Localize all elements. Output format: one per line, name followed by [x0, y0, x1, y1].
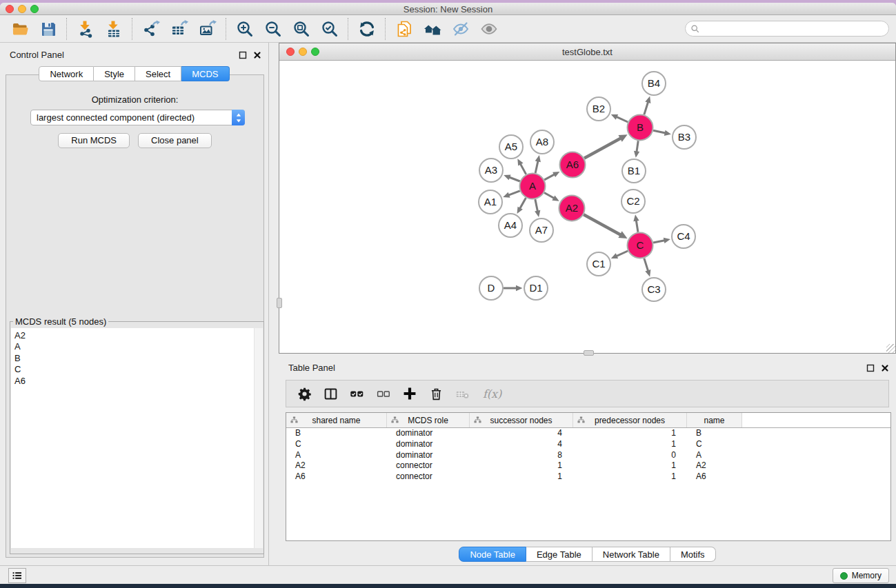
cell-successor-nodes: 1 [470, 472, 573, 483]
close-table-panel-icon[interactable] [880, 363, 889, 372]
graph-node-B1[interactable]: B1 [622, 159, 646, 183]
graph-node-B4[interactable]: B4 [642, 72, 666, 95]
gear-button[interactable] [297, 387, 312, 401]
tab-mcds[interactable]: MCDS [181, 66, 229, 81]
checkbox-unchecked-pair-button[interactable] [376, 387, 390, 401]
graph-node-B2[interactable]: B2 [587, 97, 610, 121]
search-box[interactable] [685, 21, 889, 37]
hide-selected-button[interactable] [446, 17, 475, 41]
zoom-in-button[interactable] [230, 17, 259, 41]
svg-text:C: C [637, 239, 644, 251]
table-row[interactable]: Bdominator41B [286, 428, 890, 439]
graph-node-A6[interactable]: A6 [560, 152, 586, 178]
cell-shared-name: A2 [286, 460, 387, 472]
run-mcds-button[interactable]: Run MCDS [58, 133, 130, 148]
column-header-MCDS-role[interactable]: MCDS role [387, 413, 470, 427]
column-label: shared name [312, 416, 360, 425]
result-list-item[interactable]: B [11, 353, 263, 364]
tab-network-table[interactable]: Network Table [593, 547, 670, 562]
split-columns-button[interactable] [323, 387, 338, 401]
graph-node-C[interactable]: C [628, 233, 653, 258]
export-network-button[interactable] [137, 17, 165, 41]
float-table-panel-icon[interactable] [866, 363, 875, 372]
result-list-item[interactable]: C [11, 364, 263, 375]
plus-button[interactable] [402, 386, 417, 401]
float-panel-icon[interactable] [238, 50, 247, 59]
resize-corner[interactable] [886, 344, 895, 353]
result-list-item[interactable]: A [11, 341, 263, 352]
splitter-grip-bottom[interactable] [584, 350, 594, 356]
tab-edge-table[interactable]: Edge Table [526, 547, 593, 562]
result-list-item[interactable]: A2 [11, 330, 263, 341]
graph-node-D[interactable]: D [479, 276, 503, 300]
column-header-successor-nodes[interactable]: successor nodes [470, 413, 573, 427]
main-toolbar [0, 15, 896, 43]
column-header-predecessor-nodes[interactable]: predecessor nodes [573, 413, 687, 427]
svg-text:D: D [488, 282, 495, 294]
graph-node-A7[interactable]: A7 [530, 219, 553, 242]
tab-select[interactable]: Select [135, 66, 181, 81]
function-builder-button[interactable]: f(x) [481, 387, 505, 401]
optimization-criterion-dropdown[interactable]: largest connected component (directed) [30, 110, 245, 125]
graph-node-B3[interactable]: B3 [673, 125, 696, 149]
graph-node-A4[interactable]: A4 [499, 214, 522, 237]
tab-style[interactable]: Style [94, 66, 135, 81]
open-file-button[interactable] [6, 17, 34, 41]
graph-node-A5[interactable]: A5 [499, 135, 523, 159]
show-hidden-button[interactable] [475, 17, 503, 41]
graph-node-A8[interactable]: A8 [530, 130, 554, 154]
import-network-button[interactable] [71, 17, 99, 41]
tab-node-table[interactable]: Node Table [459, 547, 526, 562]
export-table-button[interactable] [165, 17, 193, 41]
delete-table-button[interactable] [455, 387, 470, 401]
network-titlebar[interactable]: testGlobe.txt [279, 43, 895, 61]
zoom-out-button[interactable] [259, 17, 287, 41]
graph-node-C2[interactable]: C2 [621, 190, 645, 213]
table-row[interactable]: A2connector11A2 [286, 460, 890, 472]
import-table-button[interactable] [99, 17, 128, 41]
refresh-button[interactable] [352, 17, 381, 41]
cell-predecessor-nodes: 1 [573, 472, 687, 483]
close-panel-button[interactable]: Close panel [138, 133, 212, 148]
close-panel-icon[interactable] [252, 50, 261, 59]
result-scrollbar[interactable] [254, 328, 263, 548]
save-session-button[interactable] [34, 17, 62, 41]
network-canvas[interactable]: AA1A2A3A4A5A6A7A8BB1B2B3B4CC1C2C3C4DD1 [279, 61, 895, 353]
svg-text:B3: B3 [678, 131, 690, 143]
result-list-item[interactable]: A6 [11, 376, 263, 387]
edge-C-C1 [617, 251, 628, 256]
graph-node-C1[interactable]: C1 [587, 252, 610, 276]
zoom-selected-button[interactable] [315, 17, 344, 41]
graph-node-A3[interactable]: A3 [479, 159, 503, 182]
graph-node-A2[interactable]: A2 [559, 196, 585, 221]
graph-node-A[interactable]: A [520, 174, 546, 199]
splitter-grip-left[interactable] [277, 298, 282, 308]
export-image-button[interactable] [193, 17, 221, 41]
mcds-panel: Optimization criterion: largest connecte… [6, 74, 264, 558]
column-header-shared-name[interactable]: shared name [286, 413, 387, 427]
svg-text:A5: A5 [505, 141, 517, 152]
svg-text:A8: A8 [536, 136, 548, 148]
table-row[interactable]: A6connector11A6 [286, 472, 890, 483]
checkbox-checked-pair-button[interactable] [350, 387, 364, 401]
header-filler [742, 413, 890, 427]
home-button[interactable] [418, 17, 446, 41]
graph-node-B[interactable]: B [628, 115, 653, 141]
graph-node-A1[interactable]: A1 [479, 190, 502, 214]
tab-motifs[interactable]: Motifs [670, 547, 716, 562]
task-history-button[interactable] [8, 568, 26, 583]
edge-A-A2 [544, 193, 554, 199]
cell-predecessor-nodes: 0 [573, 450, 687, 461]
table-row[interactable]: Adominator80A [286, 450, 890, 461]
tab-network[interactable]: Network [39, 66, 94, 81]
zoom-fit-button[interactable] [287, 17, 315, 41]
trash-button[interactable] [429, 387, 444, 401]
column-header-name[interactable]: name [687, 413, 742, 427]
network-from-selection-button[interactable] [390, 17, 418, 41]
table-row[interactable]: Cdominator41C [286, 439, 890, 450]
memory-button[interactable]: Memory [833, 568, 889, 583]
search-input[interactable] [703, 24, 888, 34]
graph-node-C3[interactable]: C3 [642, 278, 666, 301]
graph-node-C4[interactable]: C4 [672, 225, 695, 248]
graph-node-D1[interactable]: D1 [524, 276, 548, 300]
